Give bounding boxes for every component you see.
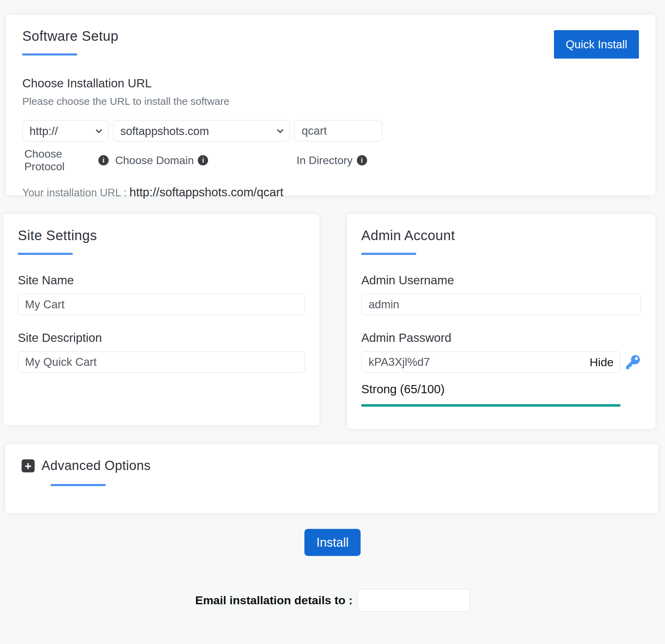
info-icon[interactable]: i [98, 155, 109, 165]
installation-url-value: http://softappshots.com/qcart [129, 185, 283, 199]
title-underline [18, 253, 73, 255]
site-name-input[interactable] [18, 294, 305, 315]
choose-installation-url-title: Choose Installation URL [22, 76, 639, 90]
choose-installation-url-subtitle: Please choose the URL to install the sof… [22, 96, 639, 107]
site-description-label: Site Description [18, 331, 305, 345]
key-icon[interactable] [625, 354, 641, 370]
plus-icon[interactable]: + [22, 459, 35, 472]
admin-username-input[interactable] [361, 294, 641, 315]
site-settings-title: Site Settings [18, 228, 305, 243]
site-settings-card: Site Settings Site Name Site Description [3, 214, 319, 425]
domain-select[interactable]: softappshots.com [113, 120, 290, 141]
site-description-input[interactable] [18, 351, 305, 373]
title-underline [361, 253, 416, 255]
info-icon[interactable]: i [198, 155, 208, 165]
protocol-select[interactable]: http:// [22, 120, 109, 141]
advanced-options-card: + Advanced Options [5, 444, 658, 513]
admin-username-label: Admin Username [361, 273, 641, 287]
admin-password-label: Admin Password [361, 331, 641, 345]
info-icon[interactable]: i [357, 155, 367, 165]
email-details-input[interactable] [358, 589, 470, 611]
installation-url-label: Your installation URL : [22, 187, 126, 199]
password-hide-toggle[interactable]: Hide [590, 356, 614, 369]
email-details-label: Email installation details to : [195, 594, 352, 607]
quick-install-button[interactable]: Quick Install [554, 30, 639, 59]
admin-password-input[interactable] [361, 351, 620, 373]
directory-input[interactable] [294, 120, 382, 141]
password-strength-track [361, 404, 620, 407]
directory-label: In Directory [297, 154, 353, 167]
password-strength-text: Strong (65/100) [361, 382, 641, 396]
admin-account-title: Admin Account [361, 228, 641, 243]
advanced-options-title: Advanced Options [41, 458, 151, 473]
software-setup-title: Software Setup [22, 28, 119, 44]
admin-account-card: Admin Account Admin Username Admin Passw… [347, 214, 655, 429]
domain-label: Choose Domain [115, 154, 194, 167]
software-setup-card: Software Setup Quick Install Choose Inst… [6, 15, 655, 195]
advanced-options-toggle[interactable]: + Advanced Options [22, 458, 642, 473]
site-name-label: Site Name [18, 273, 305, 287]
title-underline [22, 53, 77, 55]
install-button[interactable]: Install [304, 529, 361, 556]
title-underline [51, 484, 106, 486]
password-strength-bar [361, 404, 620, 407]
protocol-label: Choose Protocol [24, 148, 94, 173]
